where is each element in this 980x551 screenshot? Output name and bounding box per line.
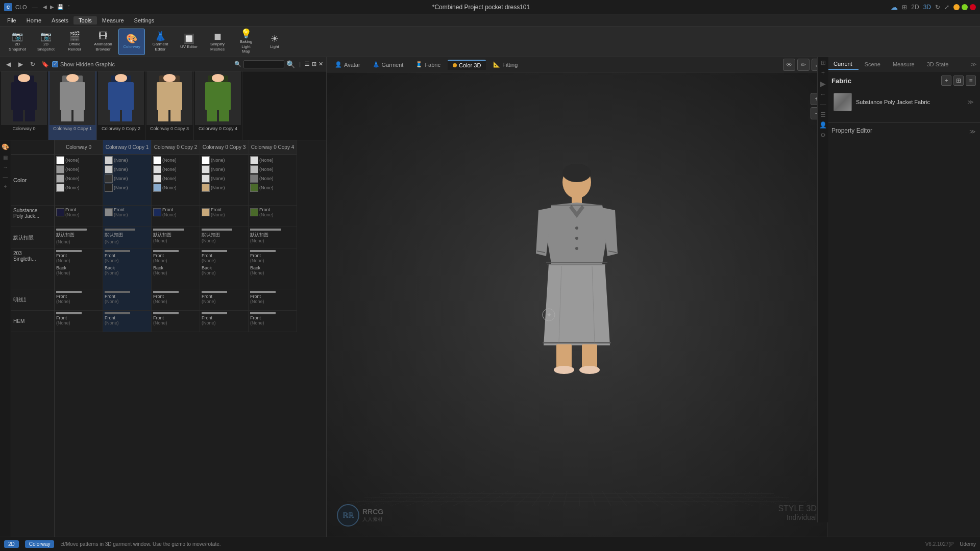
tool-2d-snapshot2[interactable]: 📷 2DSnapshot	[33, 29, 59, 55]
vp-tab-fabric[interactable]: 🧵 Fabric	[410, 60, 446, 69]
right-icon-6[interactable]: ☰	[820, 111, 826, 118]
fabric-icon[interactable]: ▦	[3, 155, 8, 160]
right-tab-current[interactable]: Current	[827, 59, 859, 70]
save-btn[interactable]: 💾	[57, 4, 63, 10]
colorway-item-0[interactable]: Colorway 0	[0, 71, 48, 140]
menu-tools[interactable]: Tools	[74, 16, 97, 24]
zoom-out-icon[interactable]: 🔍	[234, 61, 241, 67]
maximize-btn[interactable]	[962, 4, 968, 10]
tool-garment-editor[interactable]: 👗 GarmentEditor	[147, 29, 174, 55]
tool-baking[interactable]: 💡 Baking LightMap	[233, 29, 259, 55]
logo-circle: ℝℝ	[337, 504, 359, 527]
cloud-icon[interactable]: ☁	[891, 3, 898, 11]
right-icon-2[interactable]: +	[821, 69, 825, 77]
swatch[interactable]	[105, 174, 113, 183]
right-icon-avatar[interactable]: 👤	[819, 121, 827, 129]
grid-icon[interactable]: ⊞	[902, 4, 907, 11]
tool-offline-render[interactable]: 🎬 OfflineRender	[61, 29, 88, 55]
back-btn[interactable]: ◀	[43, 4, 47, 10]
fab-add-btn[interactable]: +	[941, 76, 951, 86]
refresh-icon[interactable]: ↻	[935, 4, 940, 11]
fabric-swatch[interactable]	[105, 208, 113, 216]
colorway-item-2[interactable]: Colorway 0 Copy 2	[97, 71, 145, 140]
sub-fwd-btn[interactable]: ▶	[15, 59, 26, 69]
colorway-scrollable[interactable]: Colorway 0 (None) (None)	[55, 140, 326, 537]
col-3-hem: Front (None)	[200, 311, 248, 332]
swatch[interactable]	[56, 184, 64, 192]
list-view-icon[interactable]: ☰	[305, 61, 310, 67]
vp-edit-btn[interactable]: ✏	[797, 59, 810, 71]
zoom-slider[interactable]	[243, 60, 284, 68]
right-icon-5[interactable]: —	[820, 101, 826, 108]
right-tab-3dstate[interactable]: 3D State	[921, 59, 955, 69]
right-tab-scene[interactable]: Scene	[859, 59, 887, 69]
zoom-in-icon[interactable]: 🔍	[286, 60, 295, 68]
menu-btn[interactable]: ⋮	[66, 4, 71, 10]
viewport-canvas[interactable]: ✦ + − ℝℝ RRCG 人人素材	[327, 72, 827, 537]
close-panel-icon[interactable]: ✕	[318, 61, 323, 67]
prop-expand-icon[interactable]: ≫	[969, 128, 976, 135]
col-4-single: Front (None) Back (None)	[249, 248, 297, 289]
swatch[interactable]	[56, 174, 64, 183]
tool-simplify[interactable]: ◼ SimplifyMeshes	[204, 29, 231, 55]
col-3-fabric: Front (None)	[200, 206, 248, 227]
plus-icon[interactable]: +	[4, 184, 7, 189]
vp-tab-color3d[interactable]: Color 3D	[448, 60, 486, 70]
mode-2d[interactable]: 2D	[4, 540, 19, 548]
col-4-colors: (None) (None) (None)	[249, 155, 297, 206]
swatch[interactable]	[56, 156, 64, 164]
svg-rect-21	[205, 82, 231, 110]
tool-2d-snapshot[interactable]: 📷 2DSnapshot	[4, 29, 31, 55]
vp-tab-garment[interactable]: 👗 Garment	[368, 60, 409, 69]
sub-refresh-btn[interactable]: ↻	[28, 59, 38, 69]
color-palette-icon[interactable]: 🎨	[2, 143, 9, 151]
expand-icon[interactable]: ⤢	[944, 4, 949, 11]
minus-icon[interactable]: —	[3, 174, 8, 180]
vp-cam-btn[interactable]: 👁	[783, 59, 795, 71]
show-hidden-checkbox[interactable]: ✓	[52, 61, 58, 67]
right-icon-4[interactable]: ←	[820, 91, 826, 98]
swatch[interactable]	[105, 165, 113, 173]
grid-view-icon[interactable]: ⊞	[312, 61, 316, 67]
fab-menu-btn[interactable]: ≡	[966, 76, 976, 86]
tool-light[interactable]: ☀ Light	[261, 29, 288, 55]
fabric-item-substance[interactable]: Substance Poly Jacket Fabric ≫	[831, 90, 976, 114]
right-panel-expand[interactable]: ≫	[967, 61, 980, 68]
sub-bookmark-btn[interactable]: 🔖	[40, 59, 50, 69]
arrow-right-icon[interactable]: →	[3, 164, 8, 170]
swatch[interactable]	[105, 184, 113, 192]
show-hidden-checkbox-row[interactable]: ✓ Show Hidden Graphic	[52, 61, 115, 67]
right-icon-3[interactable]: ▶	[820, 80, 826, 88]
colorway-label-3: Colorway 0 Copy 3	[150, 126, 189, 131]
viewport[interactable]: 👤 Avatar 👗 Garment 🧵 Fabric Color 3D 📐 F…	[327, 57, 827, 537]
swatch[interactable]	[105, 156, 113, 164]
colorway-item-1[interactable]: Colorway 0 Copy 1	[48, 71, 97, 140]
tool-colorway[interactable]: 🎨 Colorway	[118, 29, 145, 55]
vp-tab-avatar[interactable]: 👤 Avatar	[330, 60, 365, 69]
right-icon-settings[interactable]: ⚙	[820, 132, 826, 139]
close-btn[interactable]	[970, 4, 976, 10]
window-controls[interactable]	[953, 4, 976, 10]
3d-btn[interactable]: 3D	[923, 4, 931, 11]
col-3-colors: (None) (None) (None)	[200, 155, 248, 206]
minimize-btn[interactable]	[953, 4, 960, 10]
fwd-btn[interactable]: ▶	[50, 4, 54, 10]
swatch[interactable]	[56, 165, 64, 173]
menu-settings[interactable]: Settings	[129, 16, 160, 24]
right-tab-measure[interactable]: Measure	[887, 59, 921, 69]
colorway-item-3[interactable]: Colorway 0 Copy 3	[145, 71, 194, 140]
2d-btn[interactable]: 2D	[911, 4, 919, 11]
tool-uv-editor[interactable]: 🔲 UV Editor	[176, 29, 202, 55]
menu-assets[interactable]: Assets	[46, 16, 74, 24]
vp-tab-fitting[interactable]: 📐 Fitting	[488, 60, 523, 69]
fabric-swatch[interactable]	[56, 208, 64, 216]
menu-measure[interactable]: Measure	[97, 16, 129, 24]
right-icon-1[interactable]: ⊞	[821, 59, 826, 66]
tool-animation[interactable]: 🎞 AnimationBrowser	[90, 29, 116, 55]
mode-colorway[interactable]: Colorway	[25, 540, 55, 548]
sub-back-btn[interactable]: ◀	[3, 59, 13, 69]
fab-grid-btn[interactable]: ⊞	[953, 76, 964, 86]
menu-file[interactable]: File	[2, 16, 21, 24]
menu-home[interactable]: Home	[21, 16, 46, 24]
colorway-item-4[interactable]: Colorway 0 Copy 4	[194, 71, 242, 140]
